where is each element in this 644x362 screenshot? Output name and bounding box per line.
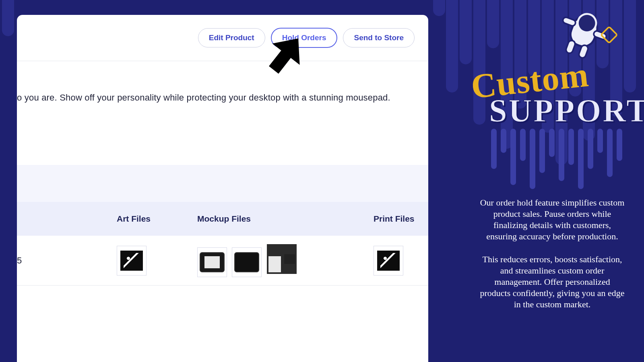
edit-product-button[interactable]: Edit Product (198, 28, 265, 47)
info-sidebar: Custom SUPPORT Our order hold feature si… (431, 0, 644, 362)
mockup-thumbnail-1[interactable] (197, 247, 227, 277)
svg-rect-3 (562, 16, 576, 27)
mockup-thumbnail-2[interactable] (232, 247, 262, 277)
send-to-store-button[interactable]: Send to Store (343, 28, 415, 47)
panel-toolbar: Edit Product Hold Orders Send to Store (17, 15, 428, 61)
art-files-cell (117, 246, 197, 276)
column-header-mockup: Mockup Files (197, 214, 374, 224)
sidebar-body: Our order hold feature simplifies custom… (480, 197, 625, 310)
sidebar-title-support: SUPPORT (489, 93, 644, 129)
hold-orders-button[interactable]: Hold Orders (271, 28, 338, 48)
files-table-header: Art Files Mockup Files Print Files (17, 202, 428, 236)
row-number: 5 (17, 255, 22, 266)
description-text: o you are. Show off your personality whi… (17, 93, 390, 103)
column-header-art: Art Files (117, 214, 197, 224)
print-files-cell (374, 246, 407, 276)
mockup-files-cell (197, 244, 374, 277)
product-panel: Edit Product Hold Orders Send to Store o… (17, 15, 428, 362)
art-thumbnail[interactable] (117, 246, 147, 276)
svg-rect-5 (565, 39, 576, 54)
table-row: 5 (17, 236, 428, 286)
product-description: o you are. Show off your personality whi… (17, 61, 428, 165)
sidebar-para-1: Our order hold feature simplifies custom… (480, 197, 625, 243)
section-spacer (17, 165, 428, 202)
mockup-thumbnail-3[interactable] (267, 244, 297, 274)
column-header-print: Print Files (374, 214, 415, 224)
print-thumbnail[interactable] (374, 246, 403, 276)
headline-drips-decoration (491, 129, 624, 197)
sidebar-para-2: This reduces errors, boosts satisfaction… (480, 254, 625, 311)
